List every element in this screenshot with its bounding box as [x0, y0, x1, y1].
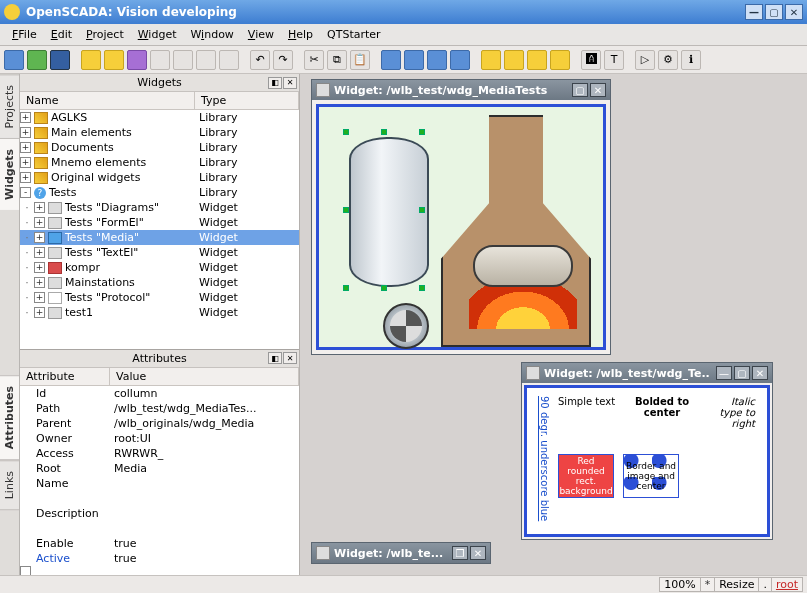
tab-projects[interactable]: Projects	[0, 74, 19, 138]
expand-toggle[interactable]: +	[20, 172, 31, 183]
tb-level-top-icon[interactable]	[527, 50, 547, 70]
menu-qtstarter[interactable]: QTStarter	[321, 26, 387, 43]
expand-toggle[interactable]: +	[34, 202, 45, 213]
tb-undo-icon[interactable]: ↶	[250, 50, 270, 70]
drum-shape-icon[interactable]	[473, 245, 573, 287]
expand-toggle[interactable]: +	[20, 112, 31, 123]
expand-toggle[interactable]: +	[34, 307, 45, 318]
tab-links[interactable]: Links	[0, 460, 19, 510]
attributes-list[interactable]: IdcollumnPath/wlb_test/wdg_MediaTes...Pa…	[20, 386, 299, 575]
tb-level-down-icon[interactable]	[504, 50, 524, 70]
subwindow-minimized[interactable]: Widget: /wlb_te... ❐ ✕	[311, 542, 491, 564]
tb-prop-icon[interactable]	[196, 50, 216, 70]
subwindow-media[interactable]: Widget: /wlb_test/wdg_MediaTests ▢ ✕	[311, 79, 611, 355]
attr-row[interactable]: Name	[20, 476, 299, 491]
attr-value[interactable]: Media	[110, 462, 299, 475]
tree-row[interactable]: +Mnemo elementsLibrary	[20, 155, 299, 170]
tab-attributes[interactable]: Attributes	[0, 375, 19, 460]
expand-toggle[interactable]: -	[20, 187, 31, 198]
tb-copy-icon[interactable]: ⧉	[327, 50, 347, 70]
status-resize[interactable]: Resize	[714, 577, 759, 592]
selection-handle[interactable]	[343, 207, 349, 213]
tree-row[interactable]: ·+test1Widget	[20, 305, 299, 320]
dock-close-button[interactable]: ✕	[283, 77, 297, 89]
tab-widgets[interactable]: Widgets	[0, 138, 19, 210]
attr-row[interactable]: Enabletrue	[20, 536, 299, 551]
tree-row[interactable]: ·+komprWidget	[20, 260, 299, 275]
tb-align-4-icon[interactable]	[450, 50, 470, 70]
text-bold[interactable]: Bolded to center	[623, 396, 701, 452]
dock-detach-button[interactable]: ◧	[268, 352, 282, 364]
tb-new-proj-icon[interactable]	[127, 50, 147, 70]
text-italic[interactable]: Italic type to right	[709, 396, 755, 452]
subwin-close-button[interactable]: ✕	[752, 366, 768, 380]
tb-del-icon[interactable]	[173, 50, 193, 70]
attr-value[interactable]: /wlb_test/wdg_MediaTes...	[110, 402, 299, 415]
expand-toggle[interactable]: +	[34, 247, 45, 258]
selection-handle[interactable]	[419, 129, 425, 135]
expand-toggle[interactable]: +	[34, 262, 45, 273]
tree-row[interactable]: +DocumentsLibrary	[20, 140, 299, 155]
attr-row[interactable]	[20, 491, 299, 506]
tree-row[interactable]: ·+Tests "FormEl"Widget	[20, 215, 299, 230]
text-red-bg[interactable]: Red rounded rect. background	[558, 454, 614, 498]
attr-row[interactable]: AccessRWRWR_	[20, 446, 299, 461]
tb-save-icon[interactable]	[27, 50, 47, 70]
attr-row[interactable]: Parent/wlb_originals/wdg_Media	[20, 416, 299, 431]
subwindow-textel[interactable]: Widget: /wlb_test/wdg_Te.. — ▢ ✕ Simple …	[521, 362, 773, 540]
maximize-button[interactable]: ▢	[765, 4, 783, 20]
selection-handle[interactable]	[381, 285, 387, 291]
tb-edit-icon[interactable]	[219, 50, 239, 70]
tree-row[interactable]: ·+Tests "Diagrams"Widget	[20, 200, 299, 215]
menu-file[interactable]: FFileFile	[6, 26, 43, 43]
subwin-restore-button[interactable]: ❐	[452, 546, 468, 560]
menu-view[interactable]: View	[242, 26, 280, 43]
attr-value[interactable]: true	[110, 537, 299, 550]
tb-add-icon[interactable]	[150, 50, 170, 70]
mdi-workspace[interactable]: Widget: /wlb_test/wdg_MediaTests ▢ ✕	[301, 74, 806, 575]
fire-shape-icon[interactable]	[469, 285, 577, 329]
expand-toggle[interactable]: +	[34, 292, 45, 303]
expand-toggle[interactable]: +	[20, 157, 31, 168]
tank-shape-icon[interactable]	[349, 137, 429, 287]
close-button[interactable]: ✕	[785, 4, 803, 20]
tb-align-2-icon[interactable]	[404, 50, 424, 70]
tree-row[interactable]: ·+Tests "TextEl"Widget	[20, 245, 299, 260]
subwin-maximize-button[interactable]: ▢	[572, 83, 588, 97]
tb-align-3-icon[interactable]	[427, 50, 447, 70]
tb-about-icon[interactable]: ℹ	[681, 50, 701, 70]
tree-row[interactable]: ·+MainstationsWidget	[20, 275, 299, 290]
tb-paste-icon[interactable]: 📋	[350, 50, 370, 70]
attr-value[interactable]: RWRWR_	[110, 447, 299, 460]
subwin-titlebar[interactable]: Widget: /wlb_te... ❐ ✕	[312, 543, 490, 563]
tb-new-lib-icon[interactable]	[81, 50, 101, 70]
tb-level-up-icon[interactable]	[481, 50, 501, 70]
attr-row[interactable]: Activetrue	[20, 551, 299, 566]
subwin-close-button[interactable]: ✕	[590, 83, 606, 97]
tree-row[interactable]: -?TestsLibrary	[20, 185, 299, 200]
tree-row[interactable]: +AGLKSLibrary	[20, 110, 299, 125]
tree-row[interactable]: ·+Tests "Protocol"Widget	[20, 290, 299, 305]
expand-toggle[interactable]: +	[34, 277, 45, 288]
status-user[interactable]: root	[771, 577, 803, 592]
attr-value[interactable]: root:UI	[110, 432, 299, 445]
selection-handle[interactable]	[343, 285, 349, 291]
tb-level-bottom-icon[interactable]	[550, 50, 570, 70]
menu-window[interactable]: Window	[184, 26, 239, 43]
tb-text-toggle-icon[interactable]: T	[604, 50, 624, 70]
attr-row[interactable]: Path/wlb_test/wdg_MediaTes...	[20, 401, 299, 416]
status-zoom[interactable]: 100%	[659, 577, 700, 592]
expand-toggle[interactable]: +	[20, 127, 31, 138]
col-value[interactable]: Value	[110, 368, 299, 385]
menu-project[interactable]: Project	[80, 26, 130, 43]
tb-load-icon[interactable]	[50, 50, 70, 70]
col-type[interactable]: Type	[195, 92, 299, 109]
tb-db-icon[interactable]	[4, 50, 24, 70]
col-attr[interactable]: Attribute	[20, 368, 110, 385]
dock-close-button[interactable]: ✕	[283, 352, 297, 364]
attr-value[interactable]: /wlb_originals/wdg_Media	[110, 417, 299, 430]
minimize-button[interactable]: —	[745, 4, 763, 20]
attr-row[interactable]: Description	[20, 506, 299, 521]
menu-widget[interactable]: Widget	[132, 26, 183, 43]
attr-row[interactable]: Geometry[32, 23, 70, 117, 1, 1, 1, 0]	[20, 566, 31, 575]
